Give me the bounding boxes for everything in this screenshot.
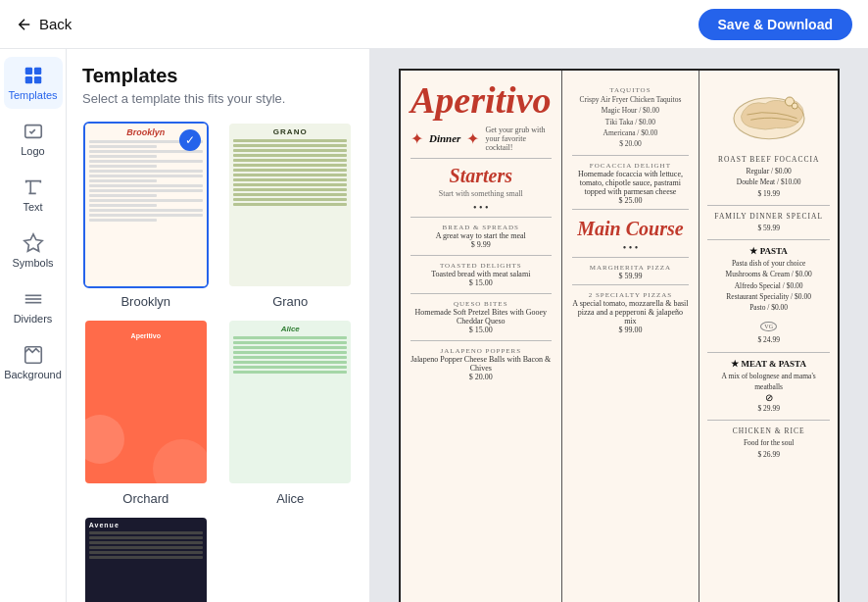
family-price: $ 59.99 — [707, 223, 830, 233]
pizza-cat: MARGHERITA PIZZA — [572, 264, 690, 272]
menu-item-queso: QUESO BITES Homemade Soft Pretzel Bites … — [410, 300, 552, 334]
sidebar-item-text[interactable]: Text — [4, 169, 63, 221]
svg-rect-2 — [24, 76, 31, 83]
panel-title: Templates — [82, 65, 354, 87]
template-thumb-brooklyn: Brooklyn — [83, 122, 209, 288]
template-thumb-orchard: Aperitivo — [83, 319, 209, 485]
pasta-price: $ 24.99 — [707, 334, 830, 345]
symbols-label: Symbols — [12, 257, 53, 269]
meat-pasta-price: $ 29.99 — [707, 403, 830, 414]
toasted-price: $ 15.00 — [410, 278, 552, 287]
template-item-alice[interactable]: Alice Alice — [223, 319, 359, 506]
queso-desc: Homemade Soft Pretzel Bites with Gooey C… — [410, 308, 552, 326]
text-label: Text — [23, 201, 42, 213]
specialty-price: $ 99.00 — [572, 326, 690, 334]
background-icon — [23, 344, 44, 366]
dots-2: • • • — [572, 242, 690, 253]
meat-pasta-label: ★ MEAT & PASTA — [707, 359, 830, 369]
templates-icon — [23, 65, 44, 86]
back-label: Back — [39, 16, 72, 32]
menu-col-2: TAQUITOS Crispy Air Fryer Chicken Taquit… — [562, 71, 700, 602]
template-item-orchard[interactable]: Aperitivo Orchard — [78, 319, 214, 506]
back-arrow-icon — [16, 16, 33, 33]
sidebar-item-background[interactable]: Background — [4, 336, 63, 388]
main-layout: Templates Logo Text Symbols — [0, 49, 868, 602]
specialty-cat: 2 SPECIALTY PIZZAS — [572, 291, 690, 299]
starters-sub: Start with something small — [410, 189, 552, 198]
focaccia-price: $ 25.00 — [572, 196, 690, 205]
jalapeno-desc: Jalapeno Popper Cheese Balls with Bacon … — [410, 355, 552, 373]
template-item-brooklyn[interactable]: Brooklyn — [78, 122, 214, 309]
menu-item-toasted: TOASTED DELIGHTS Toasted bread with meat… — [410, 262, 552, 287]
template-item-avenue[interactable]: Avenue Avenue — [78, 516, 214, 602]
sidebar-item-logo[interactable]: Logo — [4, 113, 63, 165]
background-label: Background — [4, 369, 62, 380]
focaccia-desc: Homemade focaccia with lettuce, tomato, … — [572, 170, 690, 196]
bread-price: $ 9.99 — [410, 240, 552, 249]
canvas-area: Aperitivo ✦ Dinner ✦ Get your grub with … — [370, 49, 868, 602]
sidebar-item-templates[interactable]: Templates — [4, 57, 63, 109]
toasted-cat: TOASTED DELIGHTS — [410, 262, 552, 270]
jalapeno-price: $ 20.00 — [410, 373, 552, 381]
family-cat: FAMILY DINNER SPECIAL — [707, 212, 830, 221]
family-section: FAMILY DINNER SPECIAL $ 59.99 — [707, 212, 830, 233]
dinner-desc: Get your grub with your favorite cocktai… — [485, 125, 551, 152]
meat-pasta-section: ★ MEAT & PASTA A mix of bolognese and ma… — [707, 359, 830, 415]
panel-header: Templates Select a template this fits yo… — [67, 49, 369, 114]
queso-price: $ 15.00 — [410, 326, 552, 334]
dividers-icon — [23, 288, 44, 310]
svg-rect-1 — [33, 68, 40, 75]
sidebar-icons: Templates Logo Text Symbols — [0, 49, 67, 602]
beef-sketch — [707, 80, 830, 149]
beef-illustration — [725, 85, 813, 144]
dinner-label: Dinner — [429, 132, 460, 144]
pasta-section: ★ PASTA Pasta dish of your choiceMushroo… — [707, 246, 830, 346]
taquitos-list: Crispy Air Fryer Chicken Taquitos Magic … — [572, 94, 690, 149]
dots-1: • • • — [410, 202, 552, 213]
menu-item-jalapeno: JALAPENO POPPERS Jalapeno Popper Cheese … — [410, 347, 552, 381]
svg-rect-0 — [24, 68, 31, 75]
taquitos-cat: TAQUITOS — [572, 86, 690, 94]
svg-rect-3 — [33, 76, 40, 83]
selected-check-badge: ✓ — [179, 129, 201, 151]
specialty-desc: A special tomato, mozzarella & basil piz… — [572, 299, 690, 326]
chicken-desc: Food for the soul — [707, 437, 830, 448]
jalapeno-cat: JALAPENO POPPERS — [410, 347, 552, 355]
logo-icon — [23, 121, 44, 142]
menu-col-3: ROAST BEEF FOCACCIA Regular / $0.00Doubl… — [699, 71, 838, 602]
templates-grid: Brooklyn — [78, 122, 358, 602]
save-download-button[interactable]: Save & Download — [699, 9, 852, 40]
templates-grid-scroll[interactable]: Brooklyn — [67, 114, 369, 602]
template-item-grano[interactable]: GRANO Grano — [223, 122, 359, 309]
roast-cat: ROAST BEEF FOCACCIA — [707, 155, 830, 164]
chicken-section: CHICKEN & RICE Food for the soul $ 26.99 — [707, 426, 830, 460]
queso-cat: QUESO BITES — [410, 300, 552, 308]
menu-preview: Aperitivo ✦ Dinner ✦ Get your grub with … — [399, 69, 840, 602]
brooklyn-template-name: Brooklyn — [121, 294, 170, 309]
dividers-label: Dividers — [14, 313, 53, 325]
logo-label: Logo — [21, 145, 44, 157]
meat-pasta-desc: A mix of bolognese and mama's meatballs — [707, 371, 830, 393]
chicken-cat: CHICKEN & RICE — [707, 426, 830, 435]
sidebar-item-symbols[interactable]: Symbols — [4, 225, 63, 276]
back-button[interactable]: Back — [16, 16, 72, 33]
focaccia-cat: FOCACCIA DELIGHT — [572, 162, 690, 170]
menu-title: Aperitivo — [410, 80, 552, 122]
template-thumb-alice: Alice — [227, 319, 353, 485]
template-thumb-grano: GRANO — [227, 122, 353, 288]
starters-title: Starters — [410, 165, 552, 187]
pasta-label: ★ PASTA — [707, 246, 830, 256]
roast-items: Regular / $0.00Double Meat / $10.00$ 19.… — [707, 166, 830, 199]
grano-template-name: Grano — [272, 294, 308, 309]
sidebar-item-dividers[interactable]: Dividers — [4, 280, 63, 332]
templates-panel: Templates Select a template this fits yo… — [67, 49, 370, 602]
vg-badge: VG — [760, 322, 777, 331]
templates-label: Templates — [8, 89, 57, 101]
svg-point-11 — [792, 103, 797, 109]
menu-item-bread: BREAD & SPREADS A great way to start the… — [410, 224, 552, 249]
dinner-bar: ✦ Dinner ✦ Get your grub with your favor… — [410, 125, 552, 152]
chicken-price: $ 26.99 — [707, 449, 830, 460]
bread-desc: A great way to start the meal — [410, 231, 552, 240]
alice-template-name: Alice — [276, 491, 304, 506]
panel-subtitle: Select a template this fits your style. — [82, 91, 354, 106]
